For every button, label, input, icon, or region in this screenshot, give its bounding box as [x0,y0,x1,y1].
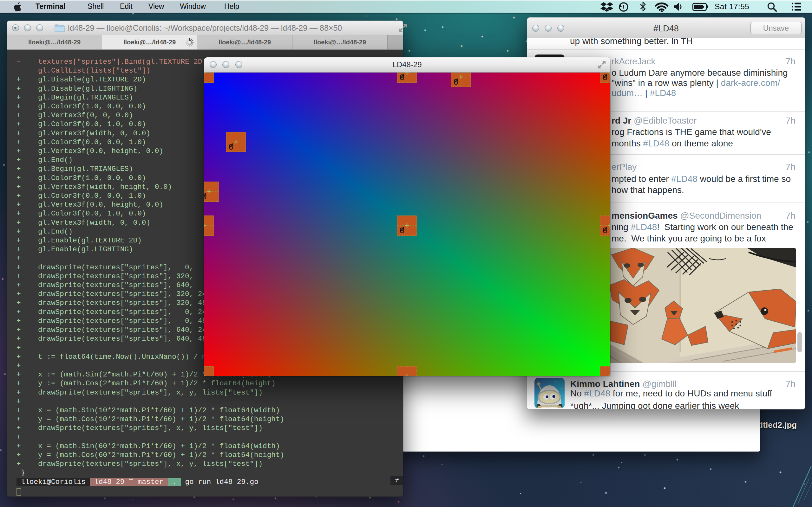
svg-text:!: ! [623,4,624,10]
